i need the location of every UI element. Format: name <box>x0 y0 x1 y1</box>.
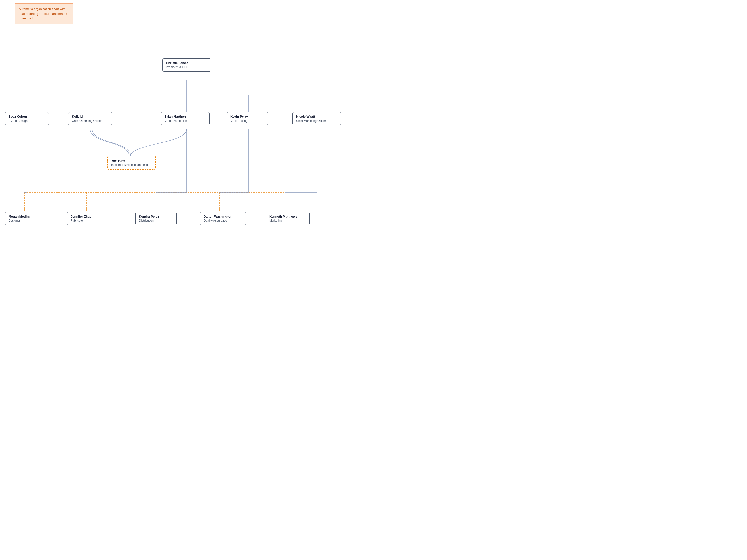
node-jennifer-title: Fabricator <box>71 219 105 222</box>
node-kelly-title: Chief Operating Officer <box>72 119 108 123</box>
node-yao-name: Yao Tung <box>111 159 152 162</box>
node-nicole-title: Chief Marketing Officer <box>296 119 338 123</box>
node-brian-title: VP of Distribution <box>164 119 206 123</box>
node-kendra-title: Distribution <box>139 219 173 222</box>
node-boaz-title: EVP of Design <box>8 119 45 123</box>
node-boaz[interactable]: Boaz Cohen EVP of Design <box>5 112 49 125</box>
annotation-text: Automatic organization chart with dual r… <box>19 6 69 21</box>
node-kendra-name: Kendra Perez <box>139 215 173 218</box>
node-kenneth[interactable]: Kenneth Matthews Marketing <box>266 212 310 225</box>
node-dalton-title: Quality Assurance <box>204 219 242 222</box>
node-jennifer-name: Jennifer Zhao <box>71 215 105 218</box>
node-brian[interactable]: Brian Martinez VP of Distribution <box>161 112 210 125</box>
node-brian-name: Brian Martinez <box>164 115 206 118</box>
node-boaz-name: Boaz Cohen <box>8 115 45 118</box>
node-dalton[interactable]: Dalton Washington Quality Assurance <box>200 212 246 225</box>
node-nicole[interactable]: Nicole Wyatt Chief Marketing Officer <box>292 112 341 125</box>
node-kenneth-title: Marketing <box>269 219 306 222</box>
node-dalton-name: Dalton Washington <box>204 215 242 218</box>
node-kelly-name: Kelly Li <box>72 115 108 118</box>
node-kenneth-name: Kenneth Matthews <box>269 215 306 218</box>
node-kendra[interactable]: Kendra Perez Distribution <box>135 212 177 225</box>
node-ceo-title: President & CEO <box>166 65 207 69</box>
node-megan-title: Designer <box>8 219 43 222</box>
connections-svg <box>0 0 374 280</box>
node-megan-name: Megan Medina <box>8 215 43 218</box>
node-kevin[interactable]: Kevin Perry VP of Testing <box>227 112 268 125</box>
node-kevin-name: Kevin Perry <box>230 115 264 118</box>
node-yao-title: Industrial Device Team Lead <box>111 163 152 167</box>
annotation-box: Automatic organization chart with dual r… <box>15 3 73 24</box>
node-kelly[interactable]: Kelly Li Chief Operating Officer <box>68 112 112 125</box>
node-jennifer[interactable]: Jennifer Zhao Fabricator <box>67 212 108 225</box>
node-kevin-title: VP of Testing <box>230 119 264 123</box>
node-yao[interactable]: Yao Tung Industrial Device Team Lead <box>107 156 156 169</box>
node-nicole-name: Nicole Wyatt <box>296 115 338 118</box>
node-ceo[interactable]: Christie James President & CEO <box>162 58 211 72</box>
node-ceo-name: Christie James <box>166 61 207 65</box>
node-megan[interactable]: Megan Medina Designer <box>5 212 46 225</box>
